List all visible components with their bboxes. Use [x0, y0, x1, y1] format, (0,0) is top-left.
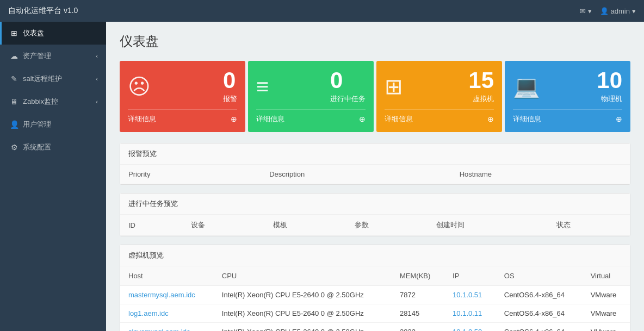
vm-virtual: VMware [583, 286, 630, 304]
app-title: 自动化运维平台 v1.0 [8, 6, 78, 16]
top-nav-right: ✉ ▾ 👤 admin ▾ [580, 7, 636, 15]
col-template: 模板 [265, 215, 346, 236]
vm-cpu: Intel(R) Xeon(R) CPU E5-2640 0 @ 2.50GHz [214, 286, 392, 304]
tasks-panel: 进行中任务预览 ID 设备 模板 参数 创建时间 状态 [120, 193, 630, 236]
sidebar-item-label: 用户管理 [23, 120, 98, 129]
col-ip: IP [444, 266, 496, 286]
vm-host-link[interactable]: mastermysql.aem.idc [128, 291, 195, 299]
physical-detail-link[interactable]: 详细信息 [513, 114, 541, 124]
chevron-right-icon: ‹ [96, 53, 98, 59]
col-params: 参数 [346, 215, 428, 236]
table-row: slavemysql.aem.idc Intel(R) Xeon(R) CPU … [120, 323, 630, 332]
plus-circle-icon: ⊕ [359, 115, 366, 123]
plus-circle-icon: ⊕ [487, 115, 494, 123]
chevron-right-icon: ‹ [96, 98, 98, 105]
card-footer: 详细信息 ⊕ [128, 109, 237, 124]
vm-cpu: Intel(R) Xeon(R) CPU E5-2640 0 @ 2.50GHz [214, 304, 392, 323]
card-right: 0 报警 [223, 69, 237, 104]
vm-ip-link[interactable]: 10.1.0.51 [453, 291, 482, 299]
col-virtual: Virtual [583, 266, 630, 286]
sidebar-item-label: Zabbix监控 [23, 97, 91, 107]
vm-ip-link[interactable]: 10.1.0.50 [453, 328, 482, 331]
vms-panel-body: Host CPU MEM(KB) IP OS Virtual mastermys… [120, 266, 630, 331]
col-device: 设备 [183, 215, 264, 236]
card-right: 0 进行中任务 [330, 69, 366, 104]
mail-chevron: ▾ [588, 7, 592, 15]
vms-panel-header: 虚拟机预览 [120, 245, 630, 266]
card-top: 💻 10 物理机 [513, 69, 622, 104]
col-id: ID [120, 215, 183, 236]
vm-os: CentOS6.4-x86_64 [496, 286, 583, 304]
card-top: ⊞ 15 虚拟机 [385, 69, 494, 104]
card-footer: 详细信息 ⊕ [385, 109, 494, 124]
salt-icon: ✎ [10, 74, 18, 83]
laptop-icon: 💻 [513, 74, 540, 99]
card-footer: 详细信息 ⊕ [256, 109, 366, 124]
plus-circle-icon: ⊕ [231, 115, 237, 123]
col-status: 状态 [548, 215, 630, 236]
alerts-panel-body: Priority Description Hostname [120, 165, 630, 184]
vm-virtual: VMware [583, 323, 630, 332]
vm-host: mastermysql.aem.idc [120, 286, 214, 304]
alerts-panel-header: 报警预览 [120, 143, 630, 165]
col-mem: MEM(KB) [392, 266, 444, 286]
alert-label: 报警 [223, 94, 237, 104]
col-host: Host [120, 266, 214, 286]
alerts-table: Priority Description Hostname [120, 165, 630, 184]
tasks-label: 进行中任务 [330, 94, 366, 104]
vms-table: Host CPU MEM(KB) IP OS Virtual mastermys… [120, 266, 630, 331]
sidebar-item-assets[interactable]: ☁ 资产管理 ‹ [0, 45, 106, 67]
gear-icon: ⚙ [10, 143, 18, 152]
vms-detail-link[interactable]: 详细信息 [385, 114, 413, 124]
main-content: 仪表盘 ☹ 0 报警 详细信息 ⊕ ≡ [106, 22, 644, 331]
sidebar-item-salt[interactable]: ✎ salt远程维护 ‹ [0, 67, 106, 90]
sidebar-item-users[interactable]: 👤 用户管理 [0, 113, 106, 136]
table-row: log1.aem.idc Intel(R) Xeon(R) CPU E5-264… [120, 304, 630, 323]
vm-ip: 10.1.0.50 [444, 323, 496, 332]
vm-ip: 10.1.0.51 [444, 286, 496, 304]
vm-host: log1.aem.idc [120, 304, 214, 323]
admin-button[interactable]: 👤 admin ▾ [600, 7, 636, 15]
dashboard-icon: ⊞ [10, 29, 18, 38]
physical-label: 物理机 [597, 94, 622, 104]
top-nav: 自动化运维平台 v1.0 ✉ ▾ 👤 admin ▾ [0, 0, 644, 22]
sad-face-icon: ☹ [128, 74, 151, 99]
sidebar: ⊞ 仪表盘 ☁ 资产管理 ‹ ✎ salt远程维护 ‹ 🖥 Zabbix监控 ‹… [0, 22, 106, 331]
sidebar-item-label: 资产管理 [23, 51, 91, 61]
vms-card: ⊞ 15 虚拟机 详细信息 ⊕ [376, 61, 502, 132]
vms-label: 虚拟机 [468, 94, 494, 104]
windows-icon: ⊞ [385, 74, 403, 99]
vm-mem: 28145 [392, 304, 444, 323]
admin-chevron: ▾ [632, 7, 636, 15]
sidebar-item-dashboard[interactable]: ⊞ 仪表盘 [0, 22, 106, 45]
plus-circle-icon: ⊕ [616, 115, 622, 123]
user-icon: 👤 [600, 7, 609, 15]
sidebar-item-label: 系统配置 [23, 142, 98, 152]
vm-cpu: Intel(R) Xeon(R) CPU E5-2640 0 @ 2.50GHz [214, 323, 392, 332]
tasks-card: ≡ 0 进行中任务 详细信息 ⊕ [248, 61, 374, 132]
tasks-panel-body: ID 设备 模板 参数 创建时间 状态 [120, 215, 630, 236]
mail-button[interactable]: ✉ ▾ [580, 7, 592, 15]
alerts-panel: 报警预览 Priority Description Hostname [120, 143, 630, 185]
vm-host-link[interactable]: log1.aem.idc [128, 309, 169, 317]
alert-count: 0 [223, 69, 237, 92]
card-top: ≡ 0 进行中任务 [256, 69, 366, 104]
sidebar-item-label: salt远程维护 [23, 74, 91, 84]
vm-host-link[interactable]: slavemysql.aem.idc [128, 328, 190, 331]
card-right: 15 虚拟机 [468, 69, 494, 104]
page-title: 仪表盘 [120, 33, 630, 50]
col-hostname: Hostname [451, 165, 630, 184]
tasks-detail-link[interactable]: 详细信息 [256, 114, 284, 124]
col-priority: Priority [120, 165, 261, 184]
dashboard-cards: ☹ 0 报警 详细信息 ⊕ ≡ 0 进行中任务 [120, 61, 630, 132]
col-os: OS [496, 266, 583, 286]
vm-mem: 3832 [392, 323, 444, 332]
vm-ip: 10.1.0.11 [444, 304, 496, 323]
col-cpu: CPU [214, 266, 392, 286]
sidebar-item-sysconfig[interactable]: ⚙ 系统配置 [0, 136, 106, 159]
alert-detail-link[interactable]: 详细信息 [128, 114, 156, 124]
physical-card: 💻 10 物理机 详细信息 ⊕ [505, 61, 630, 132]
sidebar-item-zabbix[interactable]: 🖥 Zabbix监控 ‹ [0, 90, 106, 113]
vm-host: slavemysql.aem.idc [120, 323, 214, 332]
vm-ip-link[interactable]: 10.1.0.11 [453, 309, 482, 317]
